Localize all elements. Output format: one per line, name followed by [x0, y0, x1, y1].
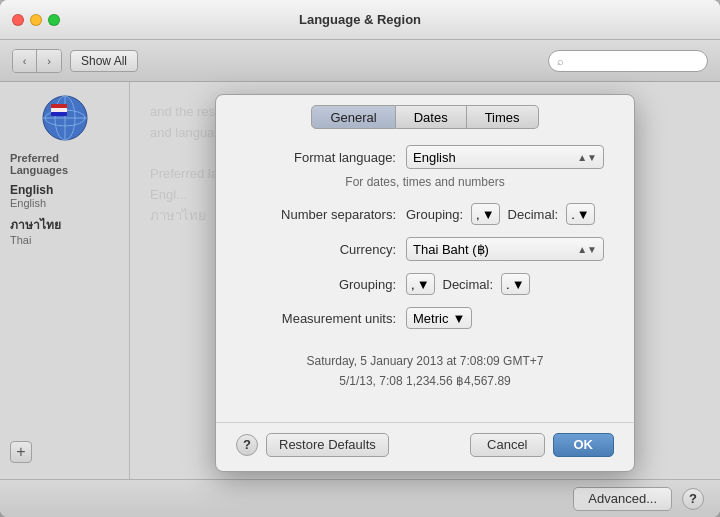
currency-decimal-label: Decimal:: [443, 277, 494, 292]
preview-line2: 5/1/13, 7:08 1,234.56 ฿4,567.89: [246, 371, 604, 391]
sidebar-section-title: Preferred Languages: [0, 152, 129, 176]
tab-general[interactable]: General: [311, 105, 395, 129]
sidebar-list: English English ภาษาไทย Thai: [0, 180, 129, 433]
dialog: General Dates Times Format language: Eng…: [215, 94, 635, 472]
currency-grouping-label: Grouping:: [246, 277, 406, 292]
main-content: Preferred Languages English English ภาษา…: [0, 82, 720, 479]
forward-button[interactable]: ›: [37, 50, 61, 72]
sidebar-item-english-name: English: [10, 183, 119, 197]
svg-rect-6: [51, 104, 67, 108]
grouping-arrow: ▼: [482, 207, 495, 222]
currency-grouping-value: ,: [411, 277, 415, 292]
currency-decimal-arrow: ▼: [512, 277, 525, 292]
search-box[interactable]: ⌕: [548, 50, 708, 72]
title-bar: Language & Region: [0, 0, 720, 40]
preview-line1: Saturday, 5 January 2013 at 7:08:09 GMT+…: [246, 351, 604, 371]
tab-dates[interactable]: Dates: [396, 105, 467, 129]
search-icon: ⌕: [557, 55, 564, 67]
tab-bar: General Dates Times: [216, 95, 634, 129]
decimal-select[interactable]: . ▼: [566, 203, 595, 225]
sidebar: Preferred Languages English English ภาษา…: [0, 82, 130, 479]
number-separators-row: Number separators: Grouping: , ▼ Decimal…: [246, 203, 604, 225]
measurement-value: Metric: [413, 311, 448, 326]
preview-area: Saturday, 5 January 2013 at 7:08:09 GMT+…: [246, 341, 604, 398]
measurement-arrow: ▼: [452, 311, 465, 326]
currency-separators-group: , ▼ Decimal: . ▼: [406, 273, 604, 295]
currency-decimal-value: .: [506, 277, 510, 292]
list-item[interactable]: English English: [0, 180, 129, 212]
grouping-value: ,: [476, 207, 480, 222]
currency-row: Currency: Thai Baht (฿) ▲▼: [246, 237, 604, 261]
sidebar-item-english-sub: English: [10, 197, 119, 209]
tab-times[interactable]: Times: [467, 105, 539, 129]
sidebar-item-thai-sub: Thai: [10, 234, 119, 246]
measurement-row: Measurement units: Metric ▼: [246, 307, 604, 329]
currency-label: Currency:: [246, 242, 406, 257]
format-language-arrow: ▲▼: [577, 152, 597, 163]
sidebar-item-thai-name: ภาษาไทย: [10, 215, 119, 234]
traffic-lights: [12, 14, 60, 26]
search-input[interactable]: [568, 54, 699, 68]
format-language-select[interactable]: English ▲▼: [406, 145, 604, 169]
back-button[interactable]: ‹: [13, 50, 37, 72]
cancel-button[interactable]: Cancel: [470, 433, 544, 457]
svg-rect-8: [51, 112, 67, 116]
bottom-help-button[interactable]: ?: [682, 488, 704, 510]
main-window: Language & Region ‹ › Show All ⌕: [0, 0, 720, 517]
format-language-label: Format language:: [246, 150, 406, 165]
number-separators-label: Number separators:: [246, 207, 406, 222]
minimize-button[interactable]: [30, 14, 42, 26]
maximize-button[interactable]: [48, 14, 60, 26]
ok-button[interactable]: OK: [553, 433, 615, 457]
format-language-value: English: [413, 150, 573, 165]
dialog-body: Format language: English ▲▼ For dates, t…: [216, 129, 634, 418]
bottom-bar: Advanced... ?: [0, 479, 720, 517]
decimal-label: Decimal:: [508, 207, 559, 222]
separators-group: Grouping: , ▼ Decimal: . ▼: [406, 203, 604, 225]
right-content: and the rest of the world and languages.…: [130, 82, 720, 479]
grouping-label: Grouping:: [406, 207, 463, 222]
decimal-arrow: ▼: [577, 207, 590, 222]
currency-grouping-select[interactable]: , ▼: [406, 273, 435, 295]
show-all-button[interactable]: Show All: [70, 50, 138, 72]
grouping-select[interactable]: , ▼: [471, 203, 500, 225]
restore-defaults-button[interactable]: Restore Defaults: [266, 433, 389, 457]
help-button[interactable]: ?: [236, 434, 258, 456]
currency-arrow: ▲▼: [577, 244, 597, 255]
window-title: Language & Region: [299, 12, 421, 27]
nav-buttons: ‹ ›: [12, 49, 62, 73]
advanced-button[interactable]: Advanced...: [573, 487, 672, 511]
measurement-select[interactable]: Metric ▼: [406, 307, 472, 329]
format-language-row: Format language: English ▲▼: [246, 145, 604, 169]
toolbar: ‹ › Show All ⌕: [0, 40, 720, 82]
close-button[interactable]: [12, 14, 24, 26]
currency-grouping-arrow: ▼: [417, 277, 430, 292]
currency-select[interactable]: Thai Baht (฿) ▲▼: [406, 237, 604, 261]
currency-separators-row: Grouping: , ▼ Decimal: . ▼: [246, 273, 604, 295]
dialog-footer: ? Restore Defaults Cancel OK: [216, 422, 634, 471]
currency-value: Thai Baht (฿): [413, 242, 573, 257]
svg-rect-7: [51, 108, 67, 112]
currency-decimal-select[interactable]: . ▼: [501, 273, 530, 295]
format-language-hint: For dates, times and numbers: [246, 175, 604, 189]
modal-overlay: General Dates Times Format language: Eng…: [130, 82, 720, 479]
list-item[interactable]: ภาษาไทย Thai: [0, 212, 129, 249]
decimal-value: .: [571, 207, 575, 222]
measurement-label: Measurement units:: [246, 311, 406, 326]
sidebar-globe-icon: [0, 94, 129, 142]
add-language-button[interactable]: +: [10, 441, 32, 463]
